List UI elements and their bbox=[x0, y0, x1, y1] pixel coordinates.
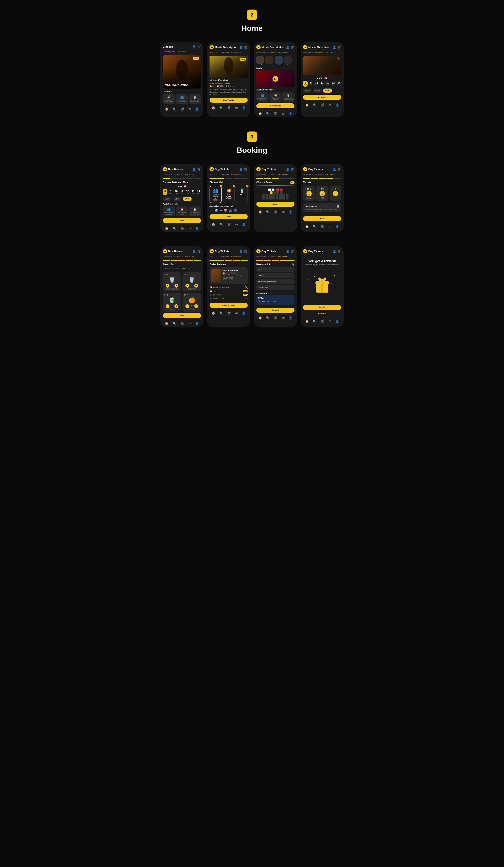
nav-profile[interactable]: 👤 bbox=[335, 320, 339, 323]
date-14[interactable]: 14 MON bbox=[337, 81, 341, 87]
nav-home[interactable]: 🏠 bbox=[258, 316, 262, 320]
tab-description[interactable]: Description bbox=[210, 255, 219, 258]
seat[interactable] bbox=[266, 194, 268, 197]
time-1430[interactable]: 14:30 bbox=[313, 88, 322, 93]
seat[interactable] bbox=[269, 194, 272, 197]
cart-icon[interactable]: 🛒 bbox=[244, 45, 248, 49]
cart-icon[interactable]: 🛒 bbox=[197, 250, 201, 253]
nav-profile[interactable]: 👤 bbox=[242, 223, 246, 226]
tab-description[interactable]: Description bbox=[256, 173, 266, 176]
time-1430[interactable]: 14:30 bbox=[173, 197, 181, 201]
person-icon[interactable]: 👤 bbox=[286, 45, 289, 49]
edit-icon-date[interactable]: ✏️ bbox=[245, 286, 248, 289]
nav-video[interactable]: 🎬 bbox=[227, 223, 231, 226]
nav-profile[interactable]: 👤 bbox=[289, 210, 292, 214]
time-1130[interactable]: 11:30 bbox=[163, 197, 171, 201]
qty-plus[interactable]: + bbox=[174, 284, 178, 288]
seat[interactable] bbox=[279, 194, 282, 197]
seat[interactable] bbox=[269, 197, 272, 200]
next-button[interactable]: Next bbox=[163, 313, 201, 318]
cart-icon[interactable]: 🛒 bbox=[291, 250, 294, 253]
bookmark-icon[interactable]: 🔖 bbox=[337, 57, 340, 60]
seat[interactable] bbox=[276, 194, 278, 197]
snack-tab-sn[interactable]: Sn... bbox=[188, 267, 192, 270]
nav-search[interactable]: 🔍 bbox=[219, 223, 223, 226]
nav-search[interactable]: 🔍 bbox=[313, 103, 317, 107]
back-button[interactable]: ◀ bbox=[163, 249, 167, 254]
seat[interactable] bbox=[280, 191, 282, 194]
tab-buy[interactable]: Buy Tickets bbox=[184, 255, 194, 258]
qty-plus[interactable]: + bbox=[194, 284, 198, 288]
tab-buy[interactable]: Buy Tickets bbox=[325, 51, 335, 54]
ticket-half[interactable]: 9 $ 1 Half bbox=[316, 186, 328, 201]
seat[interactable] bbox=[282, 197, 285, 200]
tab-buy[interactable]: Buy Tickets bbox=[231, 51, 241, 54]
nav-home[interactable]: 🏠 bbox=[212, 223, 215, 226]
edit-icon[interactable]: ✏️ bbox=[292, 263, 294, 266]
nav-video[interactable]: 🎬 bbox=[274, 112, 278, 115]
tab-buy[interactable]: Buy Tickets bbox=[231, 255, 241, 258]
nav-video[interactable]: 🎬 bbox=[180, 107, 184, 111]
nav-ticket[interactable]: 🎟 bbox=[235, 311, 238, 315]
nav-profile[interactable]: 👤 bbox=[195, 227, 199, 230]
date-14[interactable]: 14 MON bbox=[196, 189, 201, 195]
seat[interactable] bbox=[271, 189, 275, 191]
seat[interactable] bbox=[268, 189, 271, 191]
date-11[interactable]: 11 FRI bbox=[180, 189, 184, 195]
hall-effects[interactable]: 💥 40% stronger effects S bbox=[223, 186, 235, 203]
nav-ticket[interactable]: 🎟 bbox=[329, 225, 331, 228]
nav-profile[interactable]: 👤 bbox=[289, 112, 292, 115]
nav-search[interactable]: 🔍 bbox=[173, 227, 176, 230]
nav-ticket[interactable]: 🎟 bbox=[282, 316, 285, 320]
tab-showtime[interactable]: Showtime bbox=[268, 255, 276, 258]
back-button[interactable]: ◀ bbox=[256, 249, 260, 254]
tab-description[interactable]: Description bbox=[210, 51, 219, 54]
back-button[interactable]: ◀ bbox=[210, 249, 214, 254]
date-11[interactable]: 11 FRI bbox=[320, 81, 324, 87]
time-1730[interactable]: 17:30 bbox=[183, 197, 191, 201]
nav-search[interactable]: 🔍 bbox=[266, 316, 270, 320]
date-9[interactable]: 9 WED bbox=[168, 189, 173, 195]
more-link[interactable]: More bbox=[213, 94, 217, 95]
back-button[interactable]: ◀ bbox=[163, 167, 167, 171]
nav-video[interactable]: 🎬 bbox=[321, 225, 324, 228]
tab-showtime[interactable]: Showtime bbox=[174, 255, 183, 258]
seat[interactable] bbox=[282, 194, 285, 197]
seat[interactable] bbox=[273, 191, 276, 194]
firstname-field[interactable]: Ana bbox=[256, 267, 294, 272]
tab-showtime[interactable]: Showtime bbox=[314, 173, 323, 176]
date-10[interactable]: 10 THU bbox=[314, 81, 319, 87]
ticket-standard[interactable]: 18 $ 1 Standard bbox=[303, 186, 315, 201]
nav-video[interactable]: 🎬 bbox=[227, 106, 231, 109]
person-icon[interactable]: 👤 bbox=[333, 45, 336, 49]
seat[interactable] bbox=[262, 194, 265, 197]
qty-minus[interactable]: − bbox=[185, 304, 189, 308]
nav-home[interactable]: 🏠 bbox=[258, 112, 262, 115]
tab-buy[interactable]: Buy Tickets bbox=[325, 173, 335, 176]
qty-minus[interactable]: − bbox=[185, 284, 189, 288]
person-icon[interactable]: 👤 bbox=[333, 168, 336, 171]
cart-icon[interactable]: 🛒 bbox=[291, 45, 294, 49]
nav-ticket[interactable]: 🎟 bbox=[188, 107, 191, 111]
next-button[interactable]: Next bbox=[256, 202, 294, 207]
cart-icon[interactable]: 🛒 bbox=[244, 250, 248, 253]
back-button[interactable]: ◀ bbox=[303, 249, 307, 254]
nav-profile[interactable]: 👤 bbox=[195, 107, 199, 111]
tab-buy[interactable]: Buy Tickets bbox=[278, 255, 288, 258]
time-1130[interactable]: 11:30 bbox=[303, 88, 312, 93]
tab-showtime[interactable]: Showtime bbox=[221, 51, 229, 54]
qty-minus[interactable]: − bbox=[165, 284, 169, 288]
seat[interactable] bbox=[266, 197, 268, 200]
confirm-order-button[interactable]: Confirm Order bbox=[210, 303, 248, 308]
seat[interactable] bbox=[286, 197, 289, 200]
nav-home[interactable]: 🏠 bbox=[305, 225, 309, 228]
tab-description[interactable]: Description bbox=[210, 173, 219, 176]
nav-profile[interactable]: 👤 bbox=[195, 322, 199, 325]
buy-tickets-button[interactable]: Buy Tickets bbox=[303, 95, 341, 100]
person-icon[interactable]: 👤 bbox=[239, 45, 243, 49]
tab-showtime[interactable]: Showtime bbox=[268, 51, 276, 54]
nav-home[interactable]: 🏠 bbox=[305, 103, 309, 107]
date-12[interactable]: 12 SAT bbox=[325, 81, 330, 87]
next-button[interactable]: Next bbox=[303, 216, 341, 221]
tab-showtime[interactable]: Showtime bbox=[221, 255, 229, 258]
